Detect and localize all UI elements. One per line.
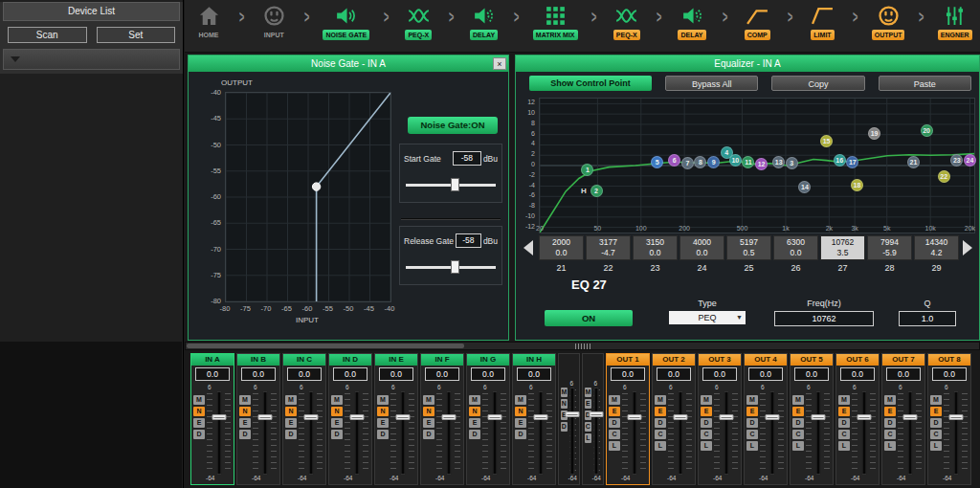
channel-fader[interactable]: 6-64 (527, 384, 553, 482)
type-dropdown[interactable]: PEQ ▼ (669, 311, 746, 324)
channel-gain-value[interactable]: 0.0 (611, 367, 645, 381)
channel-btn-d[interactable]: D (701, 418, 712, 428)
channel-fader[interactable]: 6-64 (805, 384, 831, 482)
channel-btn-e[interactable]: E (469, 418, 480, 428)
channel-gain-value[interactable]: 0.0 (195, 367, 230, 381)
channel-btn-c[interactable]: C (930, 430, 942, 439)
toolbar-item-delay[interactable]: DELAY (676, 4, 708, 40)
channel-btn-d[interactable]: D (423, 430, 434, 439)
channel-btn-d[interactable]: D (930, 418, 942, 428)
channel-fader[interactable]: 6-64 (344, 384, 369, 482)
fader-handle[interactable] (349, 414, 364, 420)
channel-btn-c[interactable]: C (655, 430, 666, 439)
eq-point-23[interactable]: 23 (950, 154, 963, 166)
channel-fader[interactable]: 6-64 (390, 384, 415, 482)
toolbar-item-delay[interactable]: DELAY (468, 4, 501, 40)
channel-btn-c[interactable]: C (746, 430, 758, 439)
fader-track[interactable] (592, 388, 601, 475)
fader-handle[interactable] (857, 414, 871, 420)
channel-btn-m[interactable]: M (609, 395, 620, 405)
eq-band-25[interactable]: 51970.525 (726, 235, 771, 273)
fader-track[interactable] (759, 391, 785, 475)
channel-strip-out-1[interactable]: OUT 10.0MEDCL6-64 (606, 353, 650, 485)
scan-button[interactable]: Scan (8, 27, 87, 43)
eq-band-28[interactable]: 7994-5.928 (867, 235, 912, 273)
fader-track[interactable] (252, 391, 278, 475)
channel-gain-value[interactable]: 0.0 (287, 367, 322, 381)
channel-btn-l[interactable]: L (585, 433, 591, 443)
fader-handle[interactable] (627, 414, 641, 420)
fader-handle[interactable] (902, 414, 917, 420)
toolbar-item-input[interactable]: INPUT (257, 4, 290, 40)
copy-button[interactable]: Copy (771, 76, 864, 91)
eq-band-22[interactable]: 3177-4.722 (586, 235, 631, 273)
channel-btn-e[interactable]: E (701, 407, 712, 416)
channel-strip-out-7[interactable]: OUT 70.0MEDCL6-64 (881, 353, 925, 485)
channel-gain-value[interactable]: 0.0 (241, 367, 276, 381)
channel-strip-in-c[interactable]: IN C0.0MNED6-64 (282, 353, 326, 485)
channel-btn-l[interactable]: L (655, 441, 666, 451)
channel-btn-e[interactable]: E (515, 418, 526, 428)
paste-button[interactable]: Paste (879, 76, 971, 91)
channel-btn-e[interactable]: E (838, 407, 850, 416)
start-gate-value[interactable]: -58 (453, 151, 481, 166)
channel-gain-value[interactable]: 0.0 (379, 367, 413, 381)
freq-input[interactable]: 10762 (774, 311, 874, 326)
channel-gain-value[interactable]: 0.0 (471, 367, 505, 381)
channel-btn-e[interactable]: E (609, 407, 620, 416)
channel-strip-in-f[interactable]: IN F0.0MNED6-64 (420, 353, 464, 485)
channel-strip-in-h[interactable]: IN H0.0MNED6-64 (512, 353, 556, 485)
channel-btn-n[interactable]: N (193, 407, 205, 416)
channel-btn-e[interactable]: E (884, 407, 896, 416)
slider-handle[interactable] (451, 260, 459, 274)
channel-btn-d[interactable]: D (792, 418, 804, 428)
eq-point-9[interactable]: 9 (707, 156, 720, 168)
eq-point-19[interactable]: 19 (868, 127, 880, 140)
channel-btn-d[interactable]: D (838, 418, 850, 428)
toolbar-item-noise-gate[interactable]: NOISE GATE (323, 4, 369, 40)
channel-btn-d[interactable]: D (561, 422, 568, 432)
fader-handle[interactable] (765, 414, 779, 420)
channel-btn-m[interactable]: M (746, 395, 758, 405)
channel-btn-l[interactable]: L (884, 441, 896, 451)
toolbar-item-peq-x[interactable]: PEQ-X (611, 4, 643, 40)
bands-scroll-left-icon[interactable] (523, 240, 533, 255)
eq-point-3[interactable]: 3 (786, 157, 798, 169)
channel-btn-m[interactable]: M (585, 388, 591, 397)
fader-handle[interactable] (590, 411, 604, 417)
channel-btn-l[interactable]: L (838, 441, 850, 451)
eq-point-18[interactable]: 18 (851, 179, 863, 191)
eq-point-15[interactable]: 15 (820, 135, 833, 147)
toolbar-item-home[interactable]: HOME (192, 4, 225, 40)
channel-fader[interactable]: 6-64 (298, 384, 323, 482)
channel-btn-m[interactable]: M (515, 395, 526, 405)
close-icon[interactable]: × (493, 57, 506, 70)
fader-handle[interactable] (212, 414, 226, 420)
channel-btn-d[interactable]: D (285, 430, 297, 439)
channel-btn-e[interactable]: E (585, 399, 591, 409)
eq-band-29[interactable]: 143404.229 (914, 235, 959, 273)
eq-point-22[interactable]: 22 (938, 170, 950, 183)
channel-strip-in-a[interactable]: IN A0.0MNED6-64 (190, 353, 234, 485)
channel-strip-in-g[interactable]: IN G0.0MNED6-64 (466, 353, 510, 485)
channel-btn-d[interactable]: D (609, 418, 620, 428)
channel-btn-d[interactable]: D (239, 430, 251, 439)
channel-strip-out-3[interactable]: OUT 30.0MEDCL6-64 (698, 353, 742, 485)
channel-fader[interactable]: 6-64 (851, 384, 877, 482)
channel-btn-c[interactable]: C (884, 430, 896, 439)
channel-strip-out-5[interactable]: OUT 50.0MEDCL6-64 (790, 353, 834, 485)
fader-track[interactable] (943, 391, 969, 475)
noise-gate-plot[interactable] (225, 92, 391, 302)
eq-point-10[interactable]: 10 (729, 154, 742, 166)
eq-point-21[interactable]: 21 (907, 156, 920, 168)
channel-btn-m[interactable]: M (469, 395, 480, 405)
channel-btn-c[interactable]: C (792, 430, 804, 439)
eq-point-13[interactable]: 13 (772, 156, 785, 168)
scrollbar-thumb[interactable] (187, 344, 464, 348)
bands-scroll-right-icon[interactable] (963, 240, 972, 255)
toolbar-item-comp[interactable]: COMP (741, 4, 773, 40)
master-strip[interactable]: MEDCL6-64 (582, 353, 604, 485)
master-strip[interactable]: MNED6-64 (558, 353, 580, 485)
fader-track[interactable] (527, 391, 553, 475)
channel-btn-d[interactable]: D (469, 430, 480, 439)
